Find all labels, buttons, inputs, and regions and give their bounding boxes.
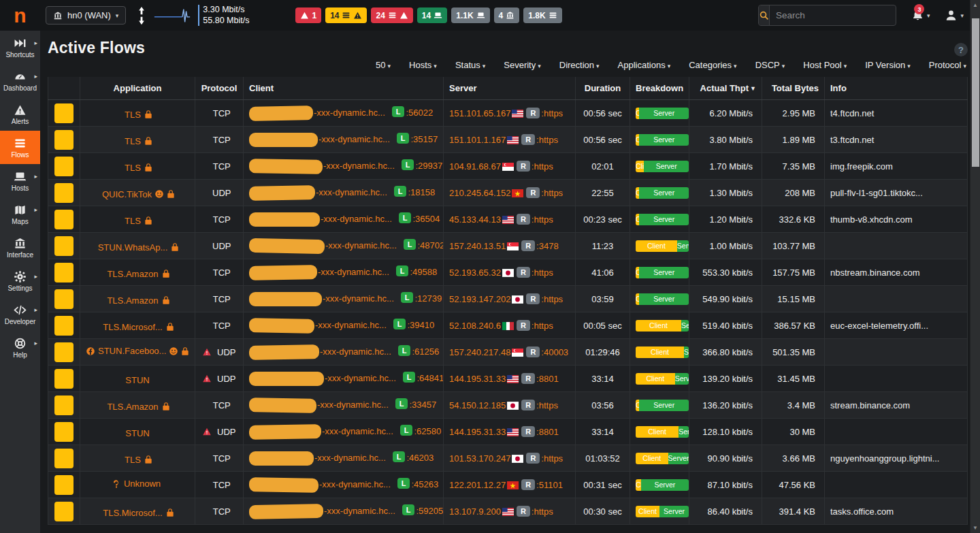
flow-details-button[interactable] [54,236,74,256]
flow-details-button[interactable] [54,342,74,362]
application-link[interactable]: TLS.Microsof... [100,508,174,518]
column-header-breakdown[interactable]: Breakdown [630,77,689,100]
client-host-link[interactable]: -xxx-dynamic.hc... [314,452,386,462]
server-port-link[interactable]: :8801 [536,374,559,384]
column-header-actions[interactable] [48,77,80,100]
server-port-link[interactable]: :https [532,214,553,225]
application-link[interactable]: TLS [122,163,153,173]
flow-details-button[interactable] [54,210,74,229]
sidebar-item-developer[interactable]: Developer▸ [0,297,40,331]
application-link[interactable]: TLS.Amazon [104,269,170,279]
server-port-link[interactable]: :8801 [536,427,559,437]
warning-flows-badge[interactable]: 14 [325,7,367,23]
sidebar-item-flows[interactable]: Flows [0,131,40,164]
notifications-button[interactable]: 3 ▾ [911,9,930,22]
application-link[interactable]: TLS [122,216,153,226]
client-host-link[interactable]: -xxx-dynamic.hc... [318,266,389,276]
sidebar-item-interface[interactable]: Interface [0,231,40,264]
column-header-info[interactable]: Info [825,77,968,100]
server-ip-link[interactable]: 54.150.12.185 [449,400,506,410]
client-host-link[interactable]: -xxx-dynamic.hc... [325,372,396,383]
column-header-total-bytes[interactable]: Total Bytes [762,77,825,100]
client-port-link[interactable]: :48702 [417,240,443,250]
scroll-down-arrow[interactable]: ▼ [970,525,980,531]
search-icon[interactable] [759,5,770,25]
flow-details-button[interactable] [54,157,74,176]
server-ip-link[interactable]: 122.201.12.27 [449,480,506,490]
application-link[interactable]: TLS.Amazon [104,295,170,306]
flow-details-button[interactable] [54,183,74,203]
flow-details-button[interactable] [54,449,74,468]
application-link[interactable]: TLS [122,455,153,465]
application-link[interactable]: STUN [122,375,152,385]
application-link[interactable]: STUN [122,428,152,438]
filter-dropdown-applications[interactable]: Applications▾ [618,60,671,70]
devices-badge[interactable]: 4 [494,7,520,23]
sidebar-item-dashboard[interactable]: Dashboard▸ [0,64,40,97]
client-host-link[interactable]: -xxx-dynamic.hc... [324,505,395,515]
client-port-link[interactable]: :36504 [412,213,440,223]
client-port-link[interactable]: :39410 [407,319,434,329]
server-port-link[interactable]: :https [532,321,553,331]
flow-details-button[interactable] [54,316,74,336]
client-host-link[interactable]: -xxx-dynamic.hc... [325,240,397,250]
filter-dropdown-50[interactable]: 50▾ [376,60,391,70]
client-host-link[interactable]: -xxx-dynamic.hc... [317,399,389,409]
column-header-server[interactable]: Server [444,77,576,100]
flow-details-button[interactable] [54,475,74,495]
client-port-link[interactable]: :61256 [412,346,439,356]
filter-dropdown-ip-version[interactable]: IP Version▾ [865,60,911,70]
client-host-link[interactable]: -xxx-dynamic.hc... [321,213,392,223]
client-port-link[interactable]: :59205 [416,505,443,515]
server-ip-link[interactable]: 13.107.9.200 [449,506,501,517]
server-port-link[interactable]: :3478 [536,241,559,251]
server-ip-link[interactable]: 157.240.13.51 [449,241,506,251]
scrollbar-thumb[interactable] [972,18,979,167]
server-port-link[interactable]: :https [541,108,563,118]
sidebar-item-help[interactable]: Help▸ [0,331,40,364]
server-ip-link[interactable]: 104.91.68.67 [449,161,501,172]
server-ip-link[interactable]: 101.53.170.247 [449,453,510,464]
application-link[interactable]: STUN.WhatsAp... [95,242,180,253]
client-port-link[interactable]: :56022 [406,107,433,117]
column-header-duration[interactable]: Duration [576,77,630,100]
engaged-alerts-badge[interactable]: 1 [295,7,321,23]
server-ip-link[interactable]: 151.101.1.167 [449,135,506,145]
server-port-link[interactable]: :40003 [541,347,568,357]
active-hosts-badge[interactable]: 14 [417,7,447,23]
client-host-link[interactable]: -xxx-dynamic.hc... [322,425,393,436]
server-port-link[interactable]: :https [541,453,563,464]
filter-dropdown-direction[interactable]: Direction▾ [559,60,600,70]
server-ip-link[interactable]: 144.195.31.33 [449,374,506,384]
filter-dropdown-categories[interactable]: Categories▾ [689,60,736,70]
server-ip-link[interactable]: 45.133.44.13 [449,214,501,225]
filter-dropdown-hosts[interactable]: Hosts▾ [409,60,437,70]
application-link[interactable]: STUN.Faceboo... [86,346,189,356]
interface-selector[interactable]: hn0 (WAN) ▾ [46,6,126,25]
flow-details-button[interactable] [54,103,74,123]
server-port-link[interactable]: :https [541,294,563,304]
scroll-up-arrow[interactable]: ▲ [970,2,980,8]
flow-details-button[interactable] [54,130,74,150]
sidebar-item-settings[interactable]: Settings▸ [0,264,40,297]
server-port-link[interactable]: :51101 [536,480,563,490]
client-port-link[interactable]: :35157 [410,133,438,144]
client-port-link[interactable]: :46203 [406,452,434,462]
vertical-scrollbar[interactable]: ▲ ▼ [970,0,980,533]
server-port-link[interactable]: :https [532,268,553,278]
client-port-link[interactable]: :33457 [409,399,436,409]
server-ip-link[interactable]: 210.245.64.152 [449,188,510,198]
logo-box[interactable]: n [0,0,40,31]
flow-details-button[interactable] [54,395,74,415]
help-icon[interactable]: ? [954,43,968,56]
error-flows-badge[interactable]: 24 [371,7,412,23]
filter-dropdown-protocol[interactable]: Protocol▾ [929,60,966,70]
flow-details-button[interactable] [54,502,74,521]
server-port-link[interactable]: :https [532,161,553,172]
client-port-link[interactable]: :49588 [410,266,437,276]
flow-details-button[interactable] [54,289,74,309]
application-link[interactable]: Unknown [112,479,163,489]
application-link[interactable]: QUIC.TikTok [99,189,176,199]
server-port-link[interactable]: :https [536,135,558,145]
column-header-actual-thpt[interactable]: Actual Thpt▼ [689,77,762,100]
